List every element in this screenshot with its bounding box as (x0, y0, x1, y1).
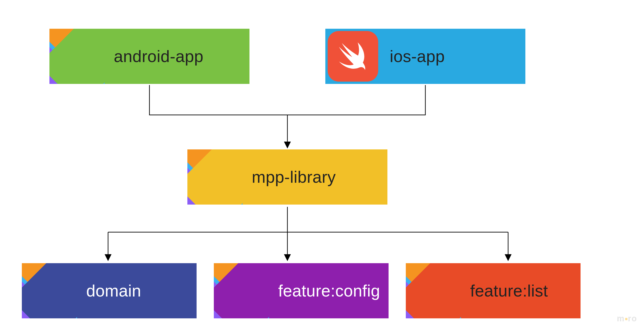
node-label: mpp-library (242, 168, 388, 186)
node-ios-app: ios-app (325, 29, 525, 84)
node-feature-config: feature:config (214, 263, 388, 318)
node-feature-list: feature:list (406, 263, 580, 318)
node-mpp-library: mpp-library (188, 150, 388, 204)
kotlin-icon (214, 263, 269, 318)
node-domain: domain (22, 263, 196, 318)
node-label: android-app (104, 47, 250, 66)
kotlin-icon (406, 263, 461, 318)
node-label: domain (77, 281, 196, 300)
diagram-canvas: android-app ios-app mpp-library (0, 0, 644, 328)
node-label: feature:config (269, 281, 388, 300)
node-android-app: android-app (50, 29, 250, 84)
node-label: ios-app (380, 47, 525, 66)
kotlin-icon (22, 263, 77, 318)
watermark: mro (617, 314, 637, 324)
node-label: feature:list (461, 281, 580, 300)
swift-icon (325, 29, 380, 84)
kotlin-icon (50, 29, 104, 84)
kotlin-icon (188, 150, 242, 204)
